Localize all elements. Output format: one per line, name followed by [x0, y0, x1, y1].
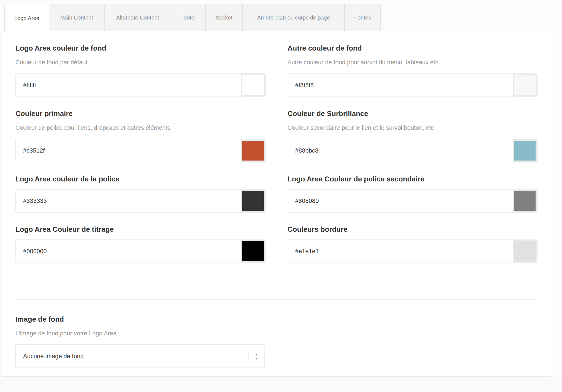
- field-label: Logo Area couleur de fond: [15, 44, 266, 52]
- color-swatch-button[interactable]: [241, 139, 265, 162]
- field-row-heading-color: Logo Area Couleur de titrage: [15, 225, 266, 263]
- field-description: Couleur de police pour liens, dropcaps e…: [15, 124, 266, 131]
- color-swatch: [514, 241, 536, 261]
- tab-body-background[interactable]: Arrière-plan du corps de page: [243, 4, 345, 31]
- color-field: [15, 73, 266, 97]
- color-swatch: [242, 241, 264, 261]
- color-fields-grid: Logo Area couleur de fond Couleur de fon…: [15, 44, 538, 275]
- color-swatch: [242, 75, 264, 95]
- tab-main-content[interactable]: Main Content: [49, 4, 105, 31]
- color-swatch-button[interactable]: [241, 190, 265, 212]
- color-field: [288, 73, 538, 97]
- background-image-select[interactable]: Aucune image de fond ▲ ▼: [15, 344, 265, 368]
- field-label: Logo Area Couleur de police secondaire: [288, 175, 538, 183]
- field-label: Image de fond: [15, 315, 538, 323]
- color-swatch: [514, 141, 536, 161]
- color-swatch-button[interactable]: [513, 190, 537, 212]
- color-swatch-button[interactable]: [241, 240, 265, 263]
- color-swatch: [242, 141, 264, 161]
- section-divider: [15, 299, 538, 300]
- color-field: [288, 139, 538, 162]
- color-field: [288, 239, 538, 263]
- color-field: [15, 139, 266, 162]
- field-label: Logo Area couleur de la police: [15, 175, 266, 183]
- color-swatch-button[interactable]: [241, 74, 265, 96]
- field-row-highlight-color: Couleur de Surbrillance Couleur secondai…: [288, 109, 538, 162]
- field-row-font-color: Logo Area couleur de la police: [15, 175, 266, 213]
- field-description: L'image de fond pour votre Logo Area: [15, 330, 538, 337]
- settings-tab-bar: Logo Area Main Content Alternate Content…: [4, 4, 381, 32]
- background-image-section: Image de fond L'image de fond pour votre…: [15, 315, 538, 379]
- color-hex-input[interactable]: [288, 139, 513, 162]
- field-label: Logo Area Couleur de titrage: [15, 225, 266, 233]
- field-description: Couleur secondaire pour le lien et le su…: [288, 124, 538, 131]
- color-hex-input[interactable]: [288, 74, 513, 96]
- tab-alternate-content[interactable]: Alternate Content: [105, 4, 171, 31]
- chevron-down-icon: ▼: [255, 357, 258, 360]
- color-swatch: [514, 75, 536, 95]
- color-hex-input[interactable]: [288, 240, 513, 263]
- color-field: [15, 189, 266, 213]
- select-stepper-icon[interactable]: ▲ ▼: [249, 353, 264, 360]
- field-row-border-color: Couleurs bordure: [288, 225, 538, 263]
- color-hex-input[interactable]: [16, 240, 241, 263]
- color-hex-input[interactable]: [16, 74, 241, 96]
- color-hex-input[interactable]: [16, 190, 241, 212]
- color-field: [288, 189, 538, 213]
- tab-logo-area[interactable]: Logo Area: [4, 4, 49, 32]
- color-swatch-button[interactable]: [513, 139, 537, 162]
- field-description: Autre couleur de fond pour survol du men…: [288, 59, 538, 66]
- color-swatch-button[interactable]: [513, 74, 537, 96]
- color-hex-input[interactable]: [288, 190, 513, 212]
- select-selected-value: Aucune image de fond: [16, 353, 248, 360]
- field-row-logo-bg: Logo Area couleur de fond Couleur de fon…: [15, 44, 266, 97]
- field-description: Couleur de fond par défaut: [15, 59, 266, 66]
- field-label: Couleurs bordure: [288, 225, 538, 233]
- tab-fonts[interactable]: Fontes: [345, 4, 381, 31]
- logo-area-settings-panel: Logo Area couleur de fond Couleur de fon…: [2, 31, 551, 377]
- color-hex-input[interactable]: [16, 139, 241, 162]
- field-row-primary-color: Couleur primaire Couleur de police pour …: [15, 109, 266, 162]
- tab-socket[interactable]: Socket: [206, 4, 243, 31]
- field-row-secondary-font-color: Logo Area Couleur de police secondaire: [288, 175, 538, 213]
- chevron-up-icon: ▲: [255, 353, 258, 356]
- color-swatch: [514, 191, 536, 211]
- field-row-alt-bg: Autre couleur de fond Autre couleur de f…: [288, 44, 538, 97]
- color-swatch: [242, 191, 264, 211]
- field-label: Couleur de Surbrillance: [288, 109, 538, 118]
- color-swatch-button[interactable]: [513, 240, 537, 263]
- color-field: [15, 239, 266, 263]
- field-label: Autre couleur de fond: [288, 44, 538, 52]
- tab-footer[interactable]: Footer: [171, 4, 206, 31]
- field-label: Couleur primaire: [15, 109, 266, 118]
- page-background: [0, 377, 562, 392]
